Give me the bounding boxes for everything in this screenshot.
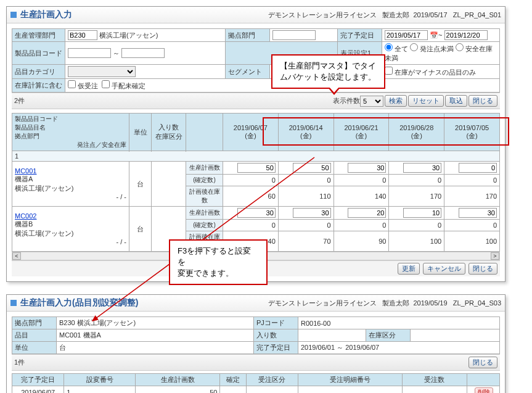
r1-plan-4[interactable] [459,163,497,173]
g2-h-oqty: 受注数 [402,374,467,386]
r2-plan-0[interactable] [237,208,276,218]
r2-plan-2[interactable] [348,208,386,218]
segment-label: セグメント [226,65,270,79]
r2-plan-3[interactable] [403,208,441,218]
panel2-toolbar: 1件 閉じる [12,354,500,371]
r1-plan-0[interactable] [237,163,276,173]
adjust-grid: 完了予定日 設変番号 生産計画数 確定 受注区分 受注明細番号 受注数 2019… [12,373,500,393]
row2-code-link[interactable]: MC002 [15,212,36,220]
prod-dept-code[interactable] [68,30,97,40]
panel1-toolbar: 2件 表示件数 5 検索 リセット 取込 閉じる [12,93,500,109]
p2-item: MC001 機器A [57,329,254,342]
disp2-chk[interactable]: 在庫がマイナスの品目のみ [385,68,476,76]
delete-button[interactable]: 削除 [475,387,493,393]
update-button[interactable]: 更新 [398,263,420,275]
g2-h-plan: 生産計画数 [136,374,220,386]
calendar-icon[interactable]: 📅 [430,31,438,39]
g2-row1: 2019/06/07 1 50 削除 [12,386,500,394]
row1-info: MC001 機器A 横浜工場(アッセン) - / - [12,162,129,207]
g2-h-date: 完了予定日 [12,374,64,386]
p2-done-label: 完了予定日 [254,342,298,354]
g2-h-odtl: 受注明細番号 [298,374,402,386]
panel-item-adjust: 生産計画入力(品目別設変調整) デモンストレーション用ライセンス 製造太郎 20… [6,294,505,393]
panel2-title: 生産計画入力(品目別設変調整) [20,297,268,308]
item-cat-label: 品目カテゴリ [12,65,65,79]
g2-h-ocls: 受注区分 [246,374,298,386]
panel1-title: 生産計画入力 [20,9,268,20]
g2-h-rev: 設変番号 [64,374,136,386]
prod-dept-name: 横浜工場(アッセン) [99,31,158,39]
done-date-label: 完了予定日 [338,29,382,42]
header-icon [10,300,17,306]
r1-plan-3[interactable] [403,163,441,173]
grid-h-code: 製品品目コード [15,115,58,122]
disp1-all[interactable]: 全て [385,45,408,52]
item-code-label: 製品品目コード [12,42,65,65]
item-cat-select[interactable] [68,66,136,77]
prod-dept-label: 生産管理部門 [12,29,65,42]
grid-h-unit: 単位 [129,114,152,151]
panel2-meta: デモンストレーション用ライセンス 製造太郎 2019/05/19 ZL_PR_0… [268,299,501,308]
p2-pj: R0016-00 [298,317,500,329]
base-dept-input[interactable] [272,30,316,40]
r2-plan-4[interactable] [459,208,497,218]
record-count: 2件 [14,96,25,105]
base-dept-label: 拠点部門 [226,29,270,42]
reset-button[interactable]: リセット [408,95,444,107]
include-c2[interactable]: 手配未確定 [102,82,145,89]
g2-h-fix: 確定 [220,374,246,386]
close-button2[interactable]: 閉じる [469,263,497,275]
p2-base-dept-label: 拠点部門 [12,317,57,329]
panel2-header: 生産計画入力(品目別設変調整) デモンストレーション用ライセンス 製造太郎 20… [7,295,505,312]
grid-h-reorder: 発注点／安全在庫 [15,141,126,149]
import-button[interactable]: 取込 [445,95,467,107]
p2-base-dept: B230 横浜工場(アッセン) [57,317,254,329]
p2-qty-label: 入り数 [254,329,298,342]
callout-f3: F3を押下すると設変を 変更できます。 [169,239,268,285]
item-code-to[interactable] [121,48,165,58]
p2-pj-label: PJコード [254,317,298,329]
panel1-header: 生産計画入力 デモンストレーション用ライセンス 製造太郎 2019/05/17 … [7,7,505,23]
group-no: 1 [12,151,500,162]
panel2-form: 拠点部門 B230 横浜工場(アッセン) PJコード R0016-00 品目 M… [12,316,500,354]
grid-h-stk: 在庫区分 [155,133,182,140]
grid-date-0: 2019/06/07(金) [223,114,279,151]
include-c1[interactable]: 仮受注 [68,82,98,89]
r1-plan-2[interactable] [348,163,386,173]
p2-unit: 台 [57,342,254,354]
p2-count: 1件 [14,358,25,367]
done-date-to[interactable] [444,30,488,40]
r1-plan-1[interactable] [293,163,331,173]
row1-code-link[interactable]: MC001 [15,167,36,175]
grid-date-2: 2019/06/21(金) [334,114,389,151]
scroll-right-icon[interactable]: > [491,252,499,260]
done-date-from[interactable] [385,30,428,40]
row2-info: MC002 機器B 横浜工場(アッセン) - / - [12,207,129,252]
header-icon [10,12,17,18]
close-button[interactable]: 閉じる [469,95,497,107]
cancel-button[interactable]: キャンセル [423,263,465,275]
grid-date-3: 2019/06/28(金) [389,114,444,151]
r2-plan-1[interactable] [293,208,331,218]
grid-h-dept: 拠点部門 [15,133,39,139]
grid-date-1: 2019/06/14(金) [278,114,334,151]
p2-done: 2019/06/01 ～ 2019/06/07 [298,342,500,354]
p2-item-label: 品目 [12,329,57,342]
p2-unit-label: 単位 [12,342,57,354]
p2-stk-label: 在庫区分 [366,329,411,342]
search-button[interactable]: 検索 [385,95,407,107]
panel1-meta: デモンストレーション用ライセンス 製造太郎 2019/05/17 ZL_PR_0… [268,10,501,20]
page-size-label: 表示件数 [333,96,360,105]
callout-time-bucket: 【生産部門マスタ】でタイムバケットを設定します。 [271,54,385,89]
filter-form: 生産管理部門 横浜工場(アッセン) 拠点部門 完了予定日 📅~ 製品品目コード [12,28,500,93]
item-code-from[interactable] [68,48,111,58]
plan-grid: 製品品目コード 製品品目名 拠点部門 発注点／安全在庫 単位 入り数 在庫区分 … [12,113,500,252]
p2-close-button[interactable]: 閉じる [469,357,497,368]
scroll-left-icon[interactable]: < [12,252,21,260]
grid-h-qty: 入り数 [158,123,179,131]
include-label: 在庫計算に含む [12,79,65,93]
grid-h-name: 製品品目名 [15,124,46,131]
page-size-select[interactable]: 5 [360,96,383,107]
grid-date-4: 2019/07/05(金) [444,114,500,151]
disp1-op1[interactable]: 発注点未満 [410,45,454,52]
